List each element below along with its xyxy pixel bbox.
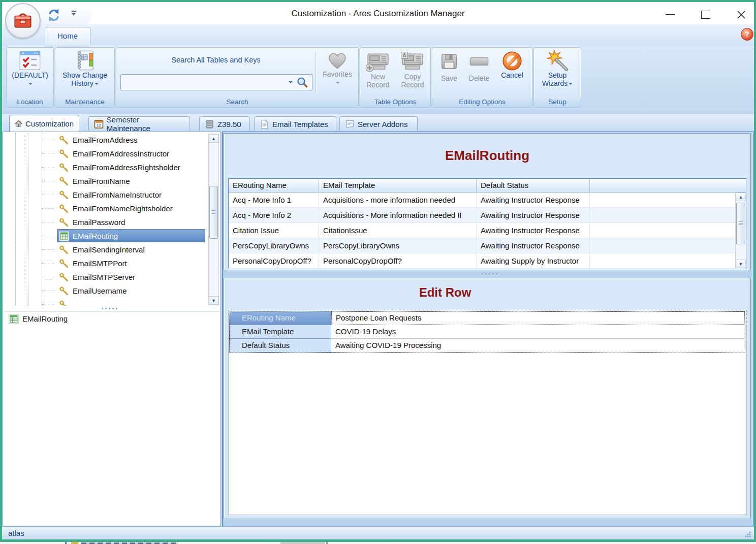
key-icon	[59, 135, 69, 145]
field-value-input[interactable]: COVID-19 Delays	[331, 325, 745, 339]
column-header-default-status[interactable]: Default Status	[477, 179, 590, 192]
group-label-editing-options: Editing Options	[432, 98, 532, 107]
tab-customization[interactable]: Customization	[9, 115, 79, 132]
scroll-up-arrow[interactable]: ▲	[736, 193, 746, 201]
cancel-button[interactable]: Cancel	[494, 51, 530, 79]
cell-filler	[590, 253, 746, 269]
new-record-line2: Record	[361, 81, 395, 89]
tree-item[interactable]: EmailUsername	[4, 284, 207, 298]
application-menu-button[interactable]	[5, 3, 41, 39]
table-row[interactable]: Acq - More Info 2 Acquisitions - More in…	[229, 208, 746, 223]
tree-item[interactable]: EmailSMTPPort	[4, 257, 207, 270]
cell-erouting-name: PersonalCopyDropOff?	[229, 253, 319, 269]
tree-item[interactable]: EmailFromNameRightsholder	[4, 202, 207, 215]
tab-email-templates[interactable]: Email Templates	[254, 116, 336, 131]
edit-row-panel: Edit Row ERouting Name Postpone Loan Req…	[224, 278, 751, 519]
table-row[interactable]: Acq - More Info 1 Acquisitions - more in…	[229, 193, 746, 208]
copy-record-button[interactable]: Copy Record	[396, 51, 429, 89]
tree-item[interactable]: EmailSMTPServer	[4, 270, 207, 284]
new-record-line1: New	[361, 73, 395, 81]
setup-wizards-button[interactable]: Setup Wizards	[534, 50, 581, 87]
delete-button[interactable]: Delete	[464, 53, 494, 82]
splitter-grip-dots	[482, 273, 497, 275]
panel-splitter[interactable]	[224, 271, 751, 277]
group-label-search: Search	[116, 98, 358, 107]
grid-scrollbar[interactable]: ▲ ▼	[735, 193, 746, 268]
key-icon	[59, 286, 69, 296]
chevron-down-icon	[336, 82, 340, 84]
ribbon: (DEFAULT) Location Show Change History M…	[2, 45, 754, 109]
status-bar: atlas	[2, 526, 754, 539]
tree-connector	[42, 263, 53, 264]
tree-item[interactable]: EmailFromAddress	[4, 133, 207, 147]
delete-label: Delete	[464, 74, 494, 82]
search-icon[interactable]	[297, 77, 308, 88]
column-header-erouting-name[interactable]: ERouting Name	[229, 179, 319, 192]
background-window-fragment	[71, 542, 78, 544]
scrollbar-thumb[interactable]	[209, 186, 218, 239]
scrollbar-thumb[interactable]	[736, 203, 745, 244]
scroll-down-arrow[interactable]: ▼	[736, 260, 746, 268]
cell-default-status: Awaiting Supply by Instructor	[477, 253, 590, 269]
new-record-button[interactable]: New Record	[361, 51, 395, 89]
maximize-button[interactable]	[695, 7, 716, 22]
scroll-up-arrow[interactable]: ▲	[209, 134, 218, 143]
tree-connector	[42, 249, 53, 250]
ribbon-group-search: Search All Tables and Keys Favorites Sea…	[116, 47, 359, 108]
tree-item[interactable]: EmailSendingInterval	[4, 243, 207, 257]
tab-z3950[interactable]: Z39.50	[199, 116, 250, 131]
selected-table-caption: EMailRouting	[4, 311, 219, 326]
calendar-icon	[94, 119, 104, 129]
tree-scrollbar[interactable]: ▲ ▼	[208, 134, 219, 305]
chevron-down-icon	[569, 83, 573, 85]
tab-home[interactable]: Home	[45, 27, 90, 45]
maximize-icon	[701, 11, 710, 19]
cell-filler	[590, 223, 746, 238]
search-input[interactable]	[123, 76, 282, 88]
tree-item[interactable]: EmailFromName	[4, 174, 207, 188]
column-header-email-template[interactable]: EMail Template	[319, 179, 477, 192]
show-change-history-button[interactable]: Show Change History	[55, 50, 114, 87]
search-box	[120, 74, 312, 90]
tab-semester-maintenance[interactable]: Semester Maintenance	[88, 116, 190, 131]
close-button[interactable]	[731, 7, 752, 22]
table-icon	[9, 314, 19, 324]
cell-email-template: CitationIssue	[319, 223, 477, 238]
background-window-fragment	[280, 542, 325, 544]
a-badge-icon	[401, 52, 408, 59]
help-button[interactable]: ?	[741, 28, 753, 41]
heart-icon	[327, 51, 348, 70]
cell-filler	[590, 208, 746, 223]
resize-grip[interactable]	[744, 531, 751, 538]
ribbon-tab-strip: Home	[2, 24, 754, 45]
cancel-label: Cancel	[494, 71, 530, 79]
grid-header-row: ERouting Name EMail Template Default Sta…	[229, 179, 746, 193]
tree-item-selected[interactable]: EMailRouting	[4, 229, 207, 243]
close-icon	[736, 10, 746, 20]
tree-splitter[interactable]	[4, 307, 219, 311]
tree-item[interactable]: EmailFromNameInstructor	[4, 188, 207, 202]
cell-filler	[590, 238, 746, 253]
favorites-button[interactable]: Favorites	[319, 51, 356, 86]
field-value-input[interactable]: Awaiting COVID-19 Processing	[331, 339, 745, 353]
tab-server-addons[interactable]: Server Addons	[339, 116, 418, 131]
default-location-button[interactable]: (DEFAULT)	[7, 50, 53, 87]
group-separator	[316, 52, 316, 94]
search-dropdown-icon[interactable]	[289, 81, 293, 83]
key-icon	[59, 176, 69, 186]
tree-connector	[42, 304, 53, 305]
tree-connector	[42, 236, 53, 236]
tree-item[interactable]: EmailFromAddressRightsholder	[4, 161, 207, 174]
customization-tree-panel: EmailFromAddress EmailFromAddressInstruc…	[3, 132, 221, 526]
table-row[interactable]: Citation Issue CitationIssue Awaiting In…	[229, 223, 746, 238]
edit-row-title: Edit Row	[182, 285, 708, 300]
table-row[interactable]: PersonalCopyDropOff? PersonalCopyDropOff…	[229, 253, 746, 269]
table-row[interactable]: PersCopyLibraryOwns PersCopyLibraryOwns …	[229, 238, 746, 253]
tree-item[interactable]: EmailFromAddressInstructor	[4, 147, 207, 161]
tree-connector	[42, 291, 53, 291]
tree-item[interactable]: EmailPassword	[4, 215, 207, 229]
field-value-input[interactable]: Postpone Loan Requests	[331, 311, 745, 325]
minimize-button[interactable]	[659, 7, 681, 22]
save-button[interactable]: Save	[434, 53, 464, 82]
plus-badge-icon	[365, 63, 374, 72]
